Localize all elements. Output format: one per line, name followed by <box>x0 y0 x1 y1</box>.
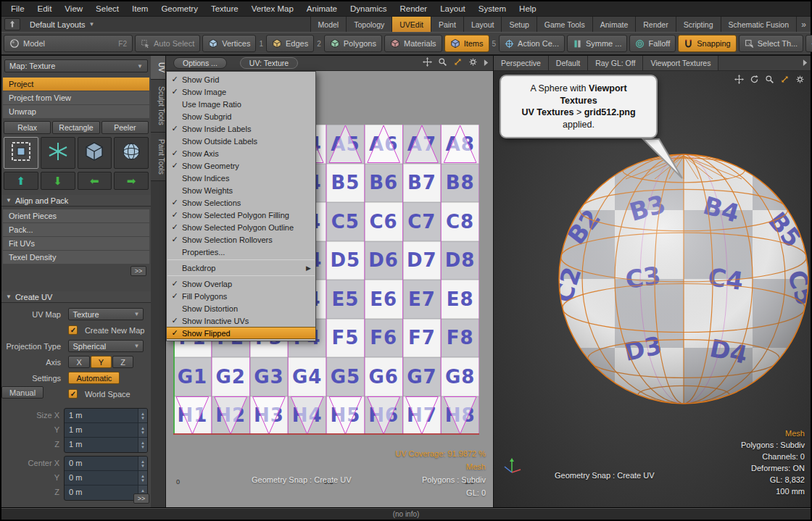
edges-button[interactable]: Edges <box>266 35 314 52</box>
value-field-size-fields-y[interactable]: 1 m▲▼ <box>65 423 147 438</box>
polygons-button[interactable]: Polygons <box>324 35 382 52</box>
zoom-icon[interactable] <box>765 74 774 87</box>
menu-vertex-map[interactable]: Vertex Map <box>245 3 300 14</box>
rectangle-button[interactable]: Rectangle <box>52 121 99 134</box>
move-icon[interactable] <box>423 57 432 70</box>
align-item-fit-uvs[interactable]: Fit UVs <box>3 237 149 250</box>
shift-up-button[interactable]: ⬆ <box>4 172 38 190</box>
project-item-project[interactable]: Project <box>3 78 149 91</box>
menu-item-show-geometry[interactable]: ✓Show Geometry <box>167 159 315 172</box>
layout-tab-setup[interactable]: Setup <box>501 17 536 32</box>
zoom-icon[interactable] <box>438 57 447 70</box>
layout-tab-schematic-fusion[interactable]: Schematic Fusion <box>721 17 796 32</box>
items-button[interactable]: Items <box>444 35 489 52</box>
axis-y-button[interactable]: Y <box>91 356 112 368</box>
layout-tab-uvedit[interactable]: UVEdit <box>392 17 431 32</box>
menu-item-show-flipped[interactable]: ✓Show Flipped <box>167 327 315 339</box>
axis-z-button[interactable]: Z <box>112 356 133 368</box>
value-field-center-fields-center-x[interactable]: 0 m▲▼ <box>65 457 147 471</box>
auto-select-button[interactable]: Auto Select <box>135 35 200 52</box>
align-item-pack[interactable]: Pack... <box>3 223 149 236</box>
menu-item-show-selections[interactable]: ✓Show Selections <box>167 196 315 209</box>
side-tab-uv[interactable]: UV <box>151 56 165 80</box>
menu-item-show-subgrid[interactable]: Show Subgrid <box>167 110 315 122</box>
layout-tab-render[interactable]: Render <box>635 17 675 32</box>
menu-edit[interactable]: Edit <box>31 3 59 14</box>
projection-type-dropdown[interactable]: Spherical ▼ <box>68 340 144 352</box>
layout-tab-topology[interactable]: Topology <box>346 17 392 32</box>
uv-sphere-tool-button[interactable] <box>114 137 149 169</box>
menu-item-show-indices[interactable]: Show Indices <box>167 172 315 184</box>
mode-selector-button[interactable]: Model F2 <box>4 35 133 52</box>
menu-item-use-image-ratio[interactable]: Use Image Ratio <box>167 98 315 110</box>
value-field-center-fields-y[interactable]: 0 m▲▼ <box>65 471 147 485</box>
menu-texture[interactable]: Texture <box>204 3 245 14</box>
uv-view-tab[interactable]: UV: Texture <box>240 57 298 69</box>
menu-item-show-distortion[interactable]: Show Distortion <box>167 302 315 314</box>
vertex-map-selector[interactable]: Map: Texture ▼ <box>4 59 148 72</box>
menu-render[interactable]: Render <box>393 3 434 14</box>
shift-right-button[interactable]: ➡ <box>114 172 149 190</box>
viewport-tab-viewport-textures[interactable]: Viewport Textures <box>643 56 718 70</box>
layout-tab-game-tools[interactable]: Game Tools <box>536 17 592 32</box>
menu-animate[interactable]: Animate <box>300 3 344 14</box>
uv-projection-tool-button[interactable] <box>4 137 38 169</box>
tabs-overflow-icon[interactable] <box>803 57 808 70</box>
world-space-checkbox[interactable]: ✓ <box>68 389 78 399</box>
create-uv-header[interactable]: ▼ Create UV <box>1 291 151 303</box>
menu-geometry[interactable]: Geometry <box>154 3 204 14</box>
gear-icon[interactable] <box>795 74 805 87</box>
project-item-unwrap[interactable]: Unwrap <box>3 105 149 118</box>
layout-tab-layout[interactable]: Layout <box>463 17 502 32</box>
menu-file[interactable]: File <box>4 3 31 14</box>
action-center-button[interactable]: Action Ce... <box>499 35 565 52</box>
viewport-tab-perspective[interactable]: Perspective <box>494 56 549 70</box>
menu-item-show-selection-rollovers[interactable]: ✓Show Selection Rollovers <box>167 233 315 246</box>
menu-select[interactable]: Select <box>89 3 125 14</box>
menu-item-show-image[interactable]: ✓Show Image <box>167 86 315 98</box>
uv-map-dropdown[interactable]: Texture ▼ <box>68 308 144 320</box>
align-more-button[interactable]: >> <box>130 266 146 276</box>
mini-slider-icon[interactable]: ▲▼ <box>138 409 147 422</box>
value-field-size-fields-z[interactable]: 1 m▲▼ <box>65 438 147 452</box>
layout-tab-model[interactable]: Model <box>310 17 347 32</box>
menu-item-properties[interactable]: Properties... <box>167 246 315 258</box>
project-item-project-from-view[interactable]: Project from View <box>3 91 149 104</box>
shift-left-button[interactable]: ⬅ <box>78 172 112 190</box>
layout-overflow-button[interactable]: » <box>796 17 811 32</box>
vertices-button[interactable]: Vertices <box>202 35 256 52</box>
createuv-more-button[interactable]: >> <box>133 493 149 504</box>
mini-slider-icon[interactable]: ▲▼ <box>138 457 147 470</box>
falloff-button[interactable]: Falloff <box>629 35 676 52</box>
menu-item[interactable]: Item <box>125 3 154 14</box>
maximize-icon[interactable] <box>780 74 790 87</box>
menu-help[interactable]: Help <box>513 3 543 14</box>
settings-automatic-button[interactable]: Automatic <box>68 372 120 384</box>
layout-tab-animate[interactable]: Animate <box>592 17 636 32</box>
side-tab-sculpt-tools[interactable]: Sculpt Tools <box>151 80 165 133</box>
side-tab-paint-tools[interactable]: Paint Tools <box>151 133 165 182</box>
menu-dynamics[interactable]: Dynamics <box>344 3 393 14</box>
add-tool-button[interactable]: + <box>805 35 812 52</box>
menu-item-fill-polygons[interactable]: ✓Fill Polygons <box>167 290 315 302</box>
menu-item-show-selected-polygon-filling[interactable]: ✓Show Selected Polygon Filling <box>167 209 315 221</box>
menu-layout[interactable]: Layout <box>434 3 472 14</box>
align-item-orient-pieces[interactable]: Orient Pieces <box>3 209 149 222</box>
viewport-3d-canvas[interactable]: B2B3B4B5C2C3C4C5D3D4 A Sphere with Viewp… <box>494 71 811 507</box>
maximize-icon[interactable] <box>453 57 463 70</box>
align-item-texel-density[interactable]: Texel Density <box>3 251 149 264</box>
menu-item-backdrop[interactable]: Backdrop▶ <box>167 262 315 274</box>
menu-item-show-grid[interactable]: ✓Show Grid <box>167 73 315 86</box>
rotate-icon[interactable] <box>750 74 759 87</box>
create-new-map-checkbox[interactable]: ✓ <box>68 325 78 335</box>
arrow-icon[interactable] <box>484 57 489 70</box>
gear-icon[interactable] <box>468 57 478 70</box>
menu-item-show-inside-labels[interactable]: ✓Show Inside Labels <box>167 122 315 135</box>
align-pack-header[interactable]: ▼ Align and Pack <box>1 195 151 207</box>
uv-box-tool-button[interactable] <box>78 137 112 169</box>
menu-item-show-inactive-uvs[interactable]: ✓Show Inactive UVs <box>167 314 315 327</box>
uv-transform-tool-button[interactable] <box>41 137 75 169</box>
mini-slider-icon[interactable]: ▲▼ <box>138 471 147 485</box>
layout-tab-scripting[interactable]: Scripting <box>676 17 721 32</box>
select-through-button[interactable]: Select Th... <box>739 35 803 52</box>
